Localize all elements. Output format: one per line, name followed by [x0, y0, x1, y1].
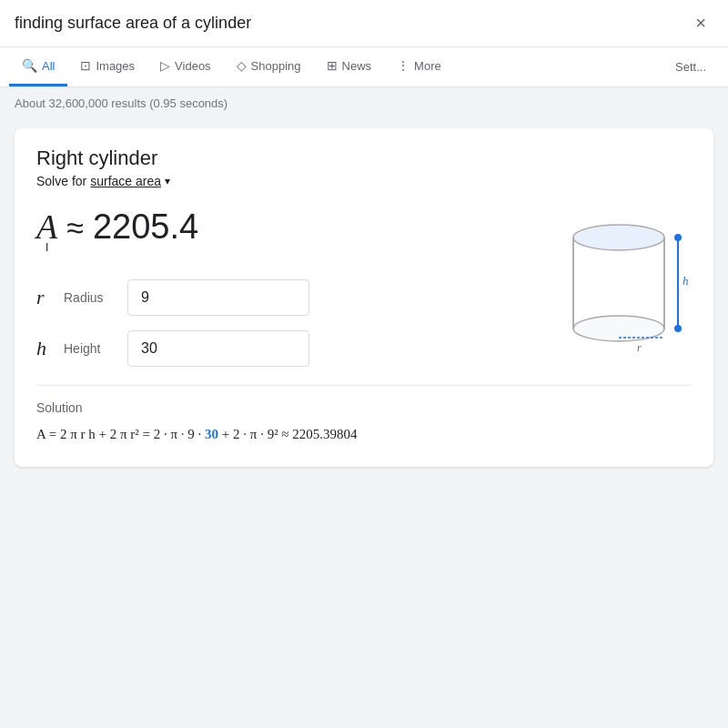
svg-point-6: [674, 234, 682, 241]
solution-formula: A = 2 π r h + 2 π r² = 2 · π · 9 · 30 + …: [36, 424, 692, 445]
close-button[interactable]: ×: [688, 9, 713, 37]
tab-all-label: All: [42, 59, 55, 73]
tab-shopping-label: Shopping: [251, 59, 301, 73]
tab-images-label: Images: [96, 59, 135, 73]
tab-all[interactable]: 🔍 All: [9, 47, 67, 86]
calculator-card: Right cylinder Solve for surface area ▾ …: [15, 128, 713, 467]
cylinder-illustration: h r: [546, 210, 692, 356]
results-summary: About 32,600,000 results (0.95 seconds): [0, 87, 728, 119]
nav-tabs: 🔍 All ⊡ Images ▷ Videos ◇ Shopping ⊞ New…: [0, 47, 728, 87]
solve-for-value[interactable]: surface area: [90, 174, 161, 188]
result-value: 2205.4: [93, 207, 198, 247]
tab-videos-label: Videos: [175, 59, 211, 73]
calculator-title: Right cylinder: [36, 147, 692, 170]
height-input[interactable]: [127, 330, 309, 367]
tab-images[interactable]: ⊡ Images: [67, 47, 147, 86]
solve-for-row: Solve for surface area ▾: [36, 174, 692, 188]
tab-videos[interactable]: ▷ Videos: [147, 47, 224, 86]
solution-highlight: 30: [205, 427, 218, 441]
solve-for-label: Solve for: [36, 174, 86, 188]
approx-symbol: ≈: [66, 210, 84, 246]
tab-shopping[interactable]: ◇ Shopping: [224, 47, 314, 86]
settings-tab[interactable]: Sett...: [662, 49, 719, 85]
solution-section: Solution A = 2 π r h + 2 π r² = 2 · π · …: [36, 385, 692, 445]
svg-rect-0: [573, 238, 664, 329]
settings-label: Sett...: [675, 60, 706, 74]
search-input[interactable]: [15, 14, 677, 33]
solution-label: Solution: [36, 400, 692, 415]
result-var-sub: I: [46, 241, 48, 254]
news-icon: ⊞: [327, 58, 338, 73]
chevron-down-icon: ▾: [165, 175, 170, 187]
tab-news[interactable]: ⊞ News: [314, 47, 385, 86]
result-variable: A I: [36, 207, 57, 254]
videos-icon: ▷: [160, 58, 170, 73]
height-var-label: h: [36, 337, 55, 360]
shopping-icon: ◇: [237, 58, 247, 73]
radius-input[interactable]: [127, 279, 309, 316]
search-icon: 🔍: [22, 58, 37, 73]
search-bar: ×: [0, 0, 728, 47]
main-content: Right cylinder Solve for surface area ▾ …: [0, 119, 728, 476]
tab-more[interactable]: ⋮ More: [384, 47, 454, 86]
radius-name-label: Radius: [64, 290, 118, 305]
svg-text:h: h: [682, 274, 689, 288]
tab-more-label: More: [414, 59, 441, 73]
svg-point-1: [573, 225, 664, 250]
height-name-label: Height: [64, 341, 118, 356]
more-icon: ⋮: [397, 58, 410, 73]
svg-point-7: [674, 325, 682, 332]
images-icon: ⊡: [80, 58, 91, 73]
tab-news-label: News: [342, 59, 372, 73]
radius-var-label: r: [36, 286, 55, 309]
svg-text:r: r: [637, 341, 642, 354]
